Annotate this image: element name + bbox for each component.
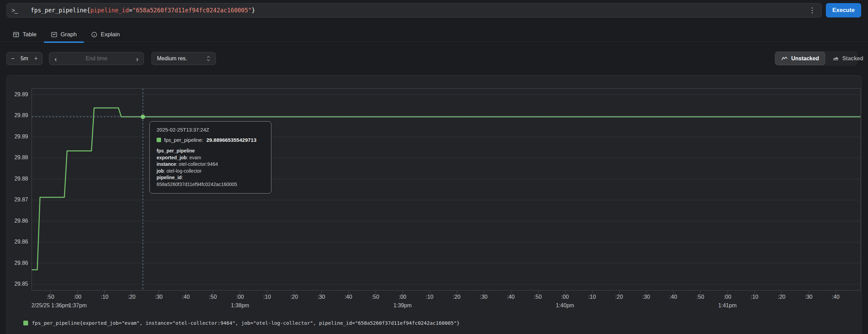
x-tick-label: :50 — [371, 294, 379, 300]
x-tick-label: :40 — [507, 294, 515, 300]
end-time-input[interactable]: End time — [86, 55, 107, 62]
x-tick-mark — [403, 291, 403, 293]
tooltip-label-row: exported_job: evam — [157, 154, 264, 161]
x-tick-label: :20 — [453, 294, 460, 300]
x-tick-sublabel: 2/25/25 1:36pm — [32, 302, 70, 309]
x-tick-mark — [457, 291, 457, 293]
unstacked-button[interactable]: Unstacked — [775, 52, 825, 65]
x-tick-mark — [267, 291, 267, 293]
y-tick-label: 29.86 — [7, 218, 28, 224]
x-tick-label: :10 — [751, 294, 758, 300]
x-tick-label: :00 — [399, 294, 406, 300]
x-tick-label: :30 — [480, 294, 488, 300]
range-selector: − 5m + — [6, 52, 42, 65]
x-tick-label: :00 — [74, 294, 81, 300]
tab-graph-label: Graph — [61, 31, 77, 38]
x-tick-label: :50 — [209, 294, 217, 300]
tooltip-label-row: pipeline_id: 658a5260f37d11ef94fc0242ac1… — [157, 174, 264, 188]
range-decrease-button[interactable]: − — [11, 55, 15, 62]
x-tick-label: :50 — [697, 294, 704, 300]
x-tick-label: :10 — [426, 294, 433, 300]
x-tick-mark — [782, 291, 782, 293]
x-tick-mark — [538, 291, 538, 293]
x-tick-mark — [484, 291, 484, 293]
range-increase-button[interactable]: + — [34, 55, 38, 62]
range-value-input[interactable]: 5m — [21, 55, 28, 62]
tooltip-series-row: fps_per_pipeline: 29.889665355429713 — [157, 137, 264, 143]
x-tick-label: :20 — [615, 294, 623, 300]
x-tick-label: :20 — [290, 294, 298, 300]
time-back-chevron-icon[interactable]: ‹ — [54, 55, 58, 62]
x-tick-label: :40 — [344, 294, 352, 300]
legend[interactable]: fps_per_pipeline{exported_job="evam", in… — [23, 320, 460, 326]
x-tick-mark — [213, 291, 213, 293]
time-forward-chevron-icon[interactable]: › — [135, 55, 139, 62]
x-tick-sublabel: 1:39pm — [393, 302, 412, 309]
tooltip-series-value: 29.889665355429713 — [206, 137, 256, 143]
x-tick-mark — [77, 291, 78, 293]
legend-series-label: fps_per_pipeline{exported_job="evam", in… — [32, 320, 460, 326]
x-tick-sublabel: 1:38pm — [231, 302, 249, 309]
x-tick-label: :40 — [182, 294, 190, 300]
x-tick-mark — [592, 291, 592, 293]
tab-table[interactable]: Table — [6, 27, 44, 42]
stacked-label: Stacked — [842, 55, 863, 62]
x-tick-mark — [349, 291, 349, 293]
x-tick-mark — [673, 291, 674, 293]
unstacked-line-icon — [781, 56, 788, 61]
tooltip-label-row: job: otel-log-collector — [157, 168, 264, 175]
x-tick-label: :10 — [263, 294, 271, 300]
x-tick-label: :30 — [155, 294, 162, 300]
x-tick-sublabel: 1:40pm — [556, 302, 574, 309]
unstacked-label: Unstacked — [791, 55, 819, 62]
table-icon — [13, 32, 19, 38]
x-tick-mark — [430, 291, 430, 293]
y-tick-label: 29.88 — [7, 154, 28, 161]
terminal-prompt-icon: >_ — [7, 7, 22, 14]
x-tick-label: :10 — [101, 294, 108, 300]
x-tick-label: :00 — [724, 294, 731, 300]
x-tick-mark — [700, 291, 701, 293]
execute-button[interactable]: Execute — [826, 3, 861, 17]
x-tick-label: :20 — [778, 294, 785, 300]
x-tick-label: :40 — [670, 294, 677, 300]
x-tick-mark — [565, 291, 565, 293]
y-tick-label: 29.85 — [7, 281, 28, 287]
y-tick-label: 29.86 — [7, 238, 28, 245]
legend-swatch — [23, 321, 28, 325]
x-tick-mark — [159, 291, 159, 293]
tab-bar: Table Graph Explain — [6, 27, 127, 42]
x-tick-label: :20 — [128, 294, 135, 300]
tab-explain[interactable]: Explain — [84, 27, 127, 42]
info-icon — [91, 32, 97, 38]
tooltip-label-row: instance: otel-collector:9464 — [157, 161, 264, 168]
query-input[interactable]: fps_per_pipeline{pipeline_id="658a5260f3… — [22, 7, 803, 14]
x-tick-sublabel: 1:41pm — [718, 302, 736, 309]
x-tick-mark — [105, 291, 105, 293]
x-tick-mark — [511, 291, 511, 293]
x-tick-label: :00 — [236, 294, 244, 300]
stacked-button[interactable]: Stacked — [827, 52, 868, 65]
query-bar: >_ fps_per_pipeline{pipeline_id="658a526… — [7, 3, 822, 17]
x-tick-mark — [728, 291, 728, 293]
x-tick-label: :30 — [643, 294, 650, 300]
x-tick-label: :40 — [832, 294, 840, 300]
graph-icon — [51, 32, 57, 38]
x-tick-label: :00 — [561, 294, 569, 300]
x-tick-mark — [809, 291, 809, 293]
resolution-value: Medium res. — [157, 55, 187, 62]
end-time-picker: ‹ End time › — [49, 52, 144, 65]
x-tick-mark — [321, 291, 322, 293]
x-tick-mark — [646, 291, 647, 293]
kebab-menu-icon[interactable]: ⋮ — [803, 3, 821, 17]
stacking-toggle: Unstacked Stacked — [774, 51, 858, 66]
tooltip-metric-name: fps_per_pipeline — [157, 148, 264, 154]
tab-graph[interactable]: Graph — [44, 27, 84, 42]
tab-explain-label: Explain — [101, 31, 120, 38]
x-tick-label: :10 — [588, 294, 596, 300]
x-tick-mark — [186, 291, 186, 293]
resolution-select[interactable]: Medium res. — [151, 52, 216, 65]
x-tick-mark — [240, 291, 240, 293]
x-tick-mark — [619, 291, 620, 293]
y-tick-label: 29.88 — [7, 175, 28, 182]
